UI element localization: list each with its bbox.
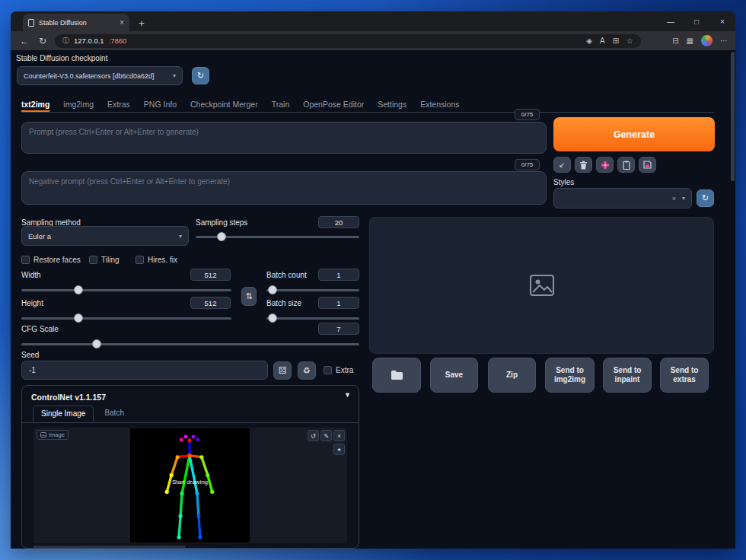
generate-button[interactable]: Generate bbox=[553, 117, 715, 151]
refresh-checkpoint-button[interactable]: ↻ bbox=[192, 67, 209, 84]
tab-img2img[interactable]: img2img bbox=[63, 100, 94, 112]
collections-icon[interactable]: ⊟ bbox=[672, 37, 678, 45]
random-seed-button[interactable]: ⚄ bbox=[273, 361, 292, 380]
negative-prompt-input[interactable] bbox=[21, 171, 547, 205]
minimize-button[interactable]: — bbox=[658, 11, 684, 31]
tab-openpose-editor[interactable]: OpenPose Editor bbox=[303, 100, 364, 112]
batch-size-value[interactable]: 1 bbox=[318, 297, 359, 309]
clear-image-button[interactable]: × bbox=[333, 430, 345, 441]
sampling-method-value: Euler a bbox=[28, 232, 51, 240]
slider-track[interactable] bbox=[21, 343, 359, 345]
height-slider[interactable] bbox=[21, 313, 231, 323]
tab-settings[interactable]: Settings bbox=[378, 100, 406, 112]
paste-params-button[interactable]: ↙ bbox=[553, 157, 571, 173]
sampling-steps-slider[interactable] bbox=[196, 231, 359, 242]
maximize-button[interactable]: □ bbox=[684, 11, 709, 31]
tab-train[interactable]: Train bbox=[272, 100, 290, 112]
reuse-seed-button[interactable]: ♻ bbox=[298, 361, 316, 380]
shopping-tag-icon[interactable]: ◈ bbox=[586, 37, 592, 45]
styles-dropdown[interactable]: × ▾ bbox=[553, 188, 692, 208]
favorites-star-icon[interactable]: ☆ bbox=[626, 37, 633, 45]
back-icon[interactable]: ← bbox=[18, 36, 30, 46]
slider-track[interactable] bbox=[21, 317, 231, 320]
tab-close-icon[interactable]: × bbox=[120, 18, 124, 27]
height-value[interactable]: 512 bbox=[190, 297, 231, 309]
split-screen-icon[interactable]: ⊞ bbox=[613, 37, 619, 45]
width-value[interactable]: 512 bbox=[190, 269, 231, 281]
send-to-img2img-button[interactable]: Send to img2img bbox=[545, 358, 595, 393]
prompt-input[interactable] bbox=[21, 122, 547, 154]
hires-fix-option[interactable]: Hires. fix bbox=[135, 256, 177, 264]
undo-button[interactable]: ↺ bbox=[308, 430, 319, 441]
tab-batch[interactable]: Batch bbox=[97, 406, 132, 422]
slider-handle[interactable] bbox=[217, 232, 226, 241]
send-to-extras-button[interactable]: Send to extras bbox=[660, 358, 709, 393]
slider-handle[interactable] bbox=[74, 313, 83, 323]
recycle-icon: ♻ bbox=[303, 366, 311, 376]
slider-handle[interactable] bbox=[74, 285, 83, 294]
close-button[interactable]: × bbox=[709, 11, 735, 31]
window-controls: — □ × bbox=[658, 11, 735, 31]
cfg-scale-label: CFG Scale bbox=[21, 325, 59, 333]
styles-clear-icon[interactable]: × bbox=[672, 195, 676, 202]
seed-extra-checkbox[interactable] bbox=[324, 366, 332, 374]
settings-menu-icon[interactable]: ⋯ bbox=[720, 37, 728, 45]
slider-track[interactable] bbox=[21, 289, 231, 291]
start-drawing-label[interactable]: Start drawing bbox=[130, 479, 250, 485]
swap-dimensions-button[interactable]: ⇅ bbox=[241, 287, 257, 306]
tab-extensions[interactable]: Extensions bbox=[420, 100, 459, 112]
save-button[interactable]: Save bbox=[430, 358, 478, 393]
zip-button[interactable]: Zip bbox=[488, 358, 536, 393]
seed-extra-label: Extra bbox=[336, 366, 353, 374]
batch-count-slider[interactable] bbox=[266, 285, 359, 295]
slider-track[interactable] bbox=[266, 289, 359, 291]
tab-png-info[interactable]: PNG Info bbox=[144, 100, 177, 112]
site-info-icon[interactable]: ⓘ bbox=[62, 36, 69, 46]
extensions-icon[interactable]: ▦ bbox=[687, 37, 693, 45]
controlnet-image-area[interactable]: Image ↺ ✎ × ✦ bbox=[33, 428, 347, 543]
reload-icon[interactable]: ↻ bbox=[37, 36, 49, 46]
tiling-checkbox[interactable] bbox=[89, 256, 97, 264]
refresh-styles-button[interactable]: ↻ bbox=[697, 189, 714, 207]
pose-canvas[interactable]: Start drawing bbox=[130, 428, 250, 542]
seed-extra-option[interactable]: Extra bbox=[324, 366, 353, 374]
open-folder-button[interactable] bbox=[372, 358, 421, 393]
clear-prompt-button[interactable] bbox=[575, 157, 592, 173]
slider-track[interactable] bbox=[266, 317, 359, 320]
restore-faces-option[interactable]: Restore faces bbox=[21, 256, 81, 264]
profile-avatar[interactable] bbox=[701, 35, 713, 46]
tab-checkpoint-merger[interactable]: Checkpoint Merger bbox=[190, 100, 258, 112]
tiling-option[interactable]: Tiling bbox=[89, 256, 120, 264]
cfg-scale-slider[interactable] bbox=[21, 339, 359, 349]
horizontal-scrollbar-thumb[interactable] bbox=[33, 546, 186, 548]
seed-input[interactable] bbox=[21, 361, 268, 380]
save-style-button[interactable] bbox=[639, 157, 656, 173]
tab-extras[interactable]: Extras bbox=[107, 100, 130, 112]
apply-style-button[interactable] bbox=[617, 157, 635, 173]
slider-handle[interactable] bbox=[268, 313, 277, 323]
send-to-inpaint-button[interactable]: Send to inpaint bbox=[603, 358, 652, 393]
hires-fix-checkbox[interactable] bbox=[135, 256, 144, 264]
slider-handle[interactable] bbox=[92, 339, 101, 348]
cfg-scale-value[interactable]: 7 bbox=[318, 323, 359, 335]
slider-handle[interactable] bbox=[268, 285, 277, 294]
scrollbar-thumb[interactable] bbox=[731, 52, 735, 181]
batch-count-value[interactable]: 1 bbox=[318, 269, 359, 281]
brush-options-button[interactable]: ✦ bbox=[333, 444, 345, 455]
checkpoint-dropdown[interactable]: Counterfeit-V3.0.safetensors [db6cd0a62d… bbox=[17, 66, 183, 85]
accordion-collapse-icon[interactable]: ▼ bbox=[344, 391, 351, 399]
width-slider[interactable] bbox=[21, 285, 231, 295]
read-aloud-icon[interactable]: A bbox=[600, 37, 605, 45]
browser-tab[interactable]: Stable Diffusion × bbox=[23, 14, 129, 31]
sampling-steps-value[interactable]: 20 bbox=[318, 216, 359, 228]
batch-size-slider[interactable] bbox=[266, 313, 359, 323]
sampling-method-dropdown[interactable]: Euler a ▾ bbox=[21, 226, 189, 246]
tab-txt2img[interactable]: txt2img bbox=[21, 100, 49, 112]
address-bar[interactable]: ⓘ 127.0.0.1 :7860 ◈ A ⊞ ☆ bbox=[55, 34, 641, 48]
tab-single-image[interactable]: Single Image bbox=[33, 406, 94, 422]
extra-networks-button[interactable] bbox=[596, 157, 614, 173]
restore-faces-checkbox[interactable] bbox=[21, 256, 30, 264]
new-tab-button[interactable]: + bbox=[134, 15, 149, 30]
edit-button[interactable]: ✎ bbox=[320, 430, 332, 441]
page-scrollbar[interactable] bbox=[730, 50, 735, 549]
